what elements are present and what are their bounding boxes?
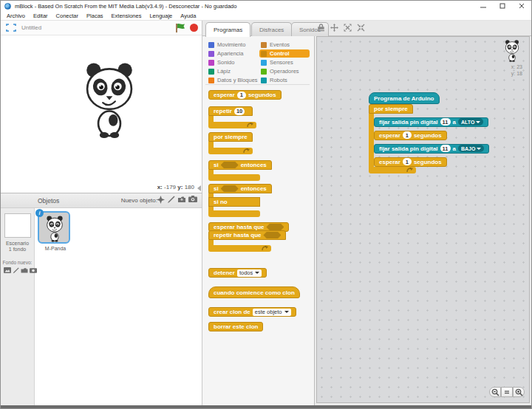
stage-thumbnail[interactable] [4,213,31,238]
maximize-button[interactable] [493,1,512,11]
upload-backdrop-icon[interactable] [21,267,28,274]
menu-extensiones[interactable]: Extensiones [112,13,142,19]
pin-level-dropdown-bajo[interactable]: BAJO [458,145,484,152]
repeat-count-input[interactable]: 10 [234,108,245,115]
apariencia-swatch [208,51,214,57]
sprite-tile-m-panda[interactable]: i [38,211,70,244]
if-else-condition-slot[interactable] [221,185,239,192]
menu-placas[interactable]: Placas [86,13,103,19]
shrink-icon[interactable] [357,24,365,32]
sprites-panel-header: Objetos Nuevo objeto: [1,193,202,208]
block-cuando-comience-como-clon[interactable]: cuando comience como clon [208,284,300,298]
script-esperar-1[interactable]: esperar1segundos [374,127,489,140]
paint-new-sprite-icon[interactable] [167,196,175,204]
category-sensores[interactable]: Sensores [261,58,293,66]
script-por-siempre-loop[interactable]: por siempre fijar salida pin digital11aA… [369,104,489,173]
stage-header: Untitled [1,21,202,35]
backdrop-library-icon[interactable] [4,267,11,274]
collapse-panel-arrow-icon[interactable] [197,185,201,191]
dropdown-arrow-icon [477,148,481,150]
zoom-reset-button[interactable] [501,387,513,397]
arduino-script[interactable]: Programa de Arduino por siempre fijar sa… [369,90,489,173]
block-si-entonces[interactable]: sientonces [208,160,272,181]
block-palette: Movimiento Apariencia Sonido Lápiz Datos… [202,36,315,406]
category-eventos[interactable]: Eventos [261,41,290,49]
green-flag-button[interactable] [175,23,186,33]
category-control[interactable]: Control [259,49,310,58]
block-detener[interactable]: detenertodos [208,264,267,278]
block-repetir[interactable]: repetir10 [208,106,256,128]
menu-conectar[interactable]: Conectar [56,13,78,19]
block-si-entonces-si-no[interactable]: sientonces si no [208,184,272,217]
wait-value-input[interactable]: 1 [403,158,412,165]
mouse-y-value: 180 [185,184,194,190]
paint-backdrop-icon[interactable] [13,267,19,274]
stage-backdrop-column: Escenario 1 fondo Fondo nuevo: [1,208,35,407]
menu-lenguaje[interactable]: Lenguaje [149,13,172,19]
menu-bar: Archivo Editar Conectar Placas Extension… [1,11,531,21]
robots-swatch [261,78,267,83]
pin-number-input[interactable]: 11 [440,145,451,152]
pin-level-dropdown-alto[interactable]: ALTO [458,118,483,126]
tab-programas[interactable]: Programas [205,22,250,37]
mouse-coordinate-bar: x: -179 y: 180 [1,182,202,193]
stage-panel: Untitled x: -179 y: 180 [1,21,202,193]
category-sonido[interactable]: Sonido [208,58,234,66]
create-clone-dropdown[interactable]: este objeto [253,309,291,316]
wait-value-input[interactable]: 1 [237,92,246,99]
stage-thumb-count: 1 fondo [1,247,34,252]
eventos-swatch [261,42,267,48]
minimize-button[interactable] [474,1,493,11]
category-lapiz[interactable]: Lápiz [208,67,231,75]
repeat-until-condition-slot[interactable] [263,232,281,238]
menu-archivo[interactable]: Archivo [7,13,25,19]
cross-arrows-icon[interactable] [330,24,338,32]
sprite-x-readout: x: 23 [511,63,522,70]
category-movimiento[interactable]: Movimiento [208,41,245,49]
script-fijar-pin-bajo[interactable]: fijar salida pin digital11aBAJO [374,140,489,154]
mblock-app-icon [4,3,11,10]
menu-ayuda[interactable]: Ayuda [180,13,196,19]
block-repetir-hasta-que[interactable]: repetir hasta que [208,230,286,252]
script-hat-programa-arduino[interactable]: Programa de Arduino [369,92,440,104]
block-crear-clon-de[interactable]: crear clon deeste objeto [208,303,296,317]
camera-sprite-icon[interactable] [188,196,197,204]
stage-canvas [1,35,202,182]
sprites-panel: Objetos Nuevo objeto: Escenario 1 fondo … [1,193,202,406]
upload-sprite-icon[interactable] [177,196,186,204]
panda-sprite-on-stage[interactable] [77,59,142,142]
zoom-in-button[interactable] [513,387,525,397]
stop-button[interactable] [190,24,198,32]
close-button[interactable] [512,1,531,11]
sprite-info-badge[interactable]: i [35,209,44,217]
category-robots[interactable]: Robots [261,76,287,84]
grow-icon[interactable] [344,24,352,32]
tab-disfraces[interactable]: Disfraces [251,22,292,36]
objects-title: Objetos [38,197,59,205]
mouse-y-label: y: [177,184,183,190]
wait-until-condition-slot[interactable] [266,224,284,230]
block-por-siempre[interactable]: por siempre [208,132,253,154]
camera-backdrop-icon[interactable] [30,267,37,274]
new-sprite-library-icon[interactable] [157,196,165,204]
menu-editar[interactable]: Editar [33,13,48,19]
pin-number-input[interactable]: 11 [440,118,451,126]
tab-strip: Programas Disfraces Sonidos [202,21,532,36]
zoom-out-button[interactable] [489,387,501,397]
category-apariencia[interactable]: Apariencia [208,49,243,58]
canvas-zoom-controls [489,387,525,397]
script-esperar-2[interactable]: esperar1segundos [374,154,489,167]
scripts-canvas[interactable]: x: 23 y: 18 Programa de Arduino por siem… [316,36,530,403]
title-bar: mBlock - Based On Scratch From the MIT M… [1,1,531,11]
category-operadores[interactable]: Operadores [261,67,299,75]
wait-value-input[interactable]: 1 [403,131,412,139]
if-condition-slot[interactable] [221,162,239,168]
stop-dropdown[interactable]: todos [237,269,262,277]
mouse-x-value: -179 [164,184,176,190]
duplicate-stamp-icon[interactable] [317,24,325,32]
fullscreen-icon[interactable] [6,24,16,32]
block-esperar-segundos[interactable]: esperar1segundos [208,86,282,100]
category-datos-bloques[interactable]: Datos y Bloques [208,76,258,84]
block-borrar-este-clon[interactable]: borrar este clon [208,318,263,331]
script-fijar-pin-alto[interactable]: fijar salida pin digital11aALTO [374,114,489,127]
